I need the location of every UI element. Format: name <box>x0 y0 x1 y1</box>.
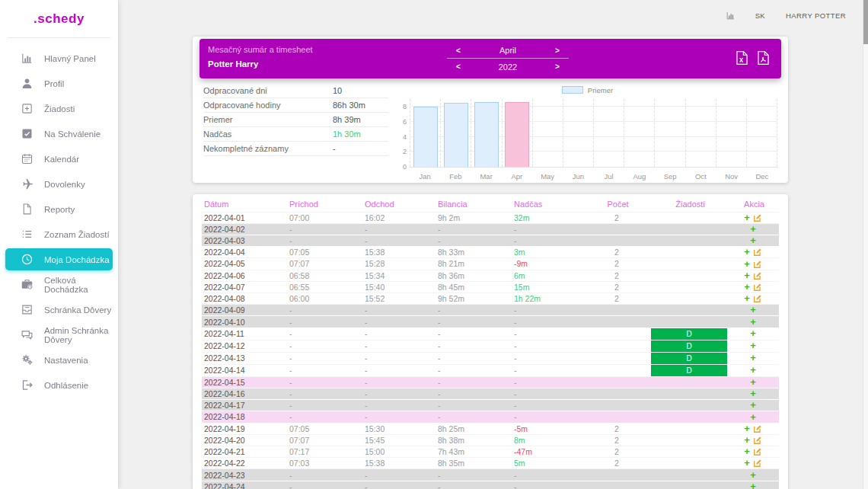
cell-arrival: 07:03 <box>287 458 362 469</box>
add-record-button[interactable]: + <box>744 458 750 468</box>
edit-record-button[interactable] <box>753 294 762 303</box>
table-row-2022-04-23: 2022-04-23----+ <box>202 469 779 481</box>
month-next-button[interactable]: > <box>546 46 569 55</box>
sidebar-item-ziadosti[interactable]: Žiadosti <box>0 96 118 121</box>
add-record-button[interactable]: + <box>750 353 756 363</box>
add-record-button[interactable]: + <box>750 412 756 423</box>
add-record-button[interactable]: + <box>744 446 750 457</box>
stats-icon[interactable] <box>726 11 736 21</box>
sidebar-item-nastavenia[interactable]: Nastavenia <box>0 347 118 372</box>
logout-icon <box>21 379 34 392</box>
add-record-button[interactable]: + <box>750 400 756 411</box>
sidebar-item-admin-schranka-dovery[interactable]: Admin Schránka Dôvery <box>0 322 118 347</box>
export-buttons <box>736 50 769 66</box>
scrollbar[interactable] <box>863 0 868 489</box>
sidebar-item-kalendar[interactable]: Kalendár <box>0 146 118 171</box>
chart-slot-aug <box>624 99 655 167</box>
edit-record-button[interactable] <box>753 424 762 433</box>
add-record-button[interactable]: + <box>750 305 756 315</box>
add-record-button[interactable]: + <box>750 235 756 246</box>
add-record-button[interactable]: + <box>750 340 756 351</box>
sidebar-item-celkova-dochadzka[interactable]: Celková Dochádzka <box>0 272 118 297</box>
bar-feb[interactable] <box>444 103 468 167</box>
add-record-button[interactable]: + <box>750 481 756 489</box>
bar-apr[interactable] <box>505 102 529 167</box>
cell-requests <box>651 270 727 281</box>
sidebar-item-moja-dochadzka[interactable]: Moja Dochádzka <box>5 248 113 270</box>
edit-record-button[interactable] <box>753 436 762 445</box>
add-record-button[interactable]: + <box>744 247 750 257</box>
cell-actions: + <box>727 305 779 316</box>
cell-requests <box>651 247 727 258</box>
sidebar-item-hlavny-panel[interactable]: Hlavný Panel <box>0 46 118 71</box>
bar-mar[interactable] <box>474 102 499 167</box>
sidebar-item-zoznam-ziadosti[interactable]: Zoznam Žiadostí <box>0 222 118 247</box>
edit-record-button[interactable] <box>753 248 762 257</box>
summary-row-nekompletne-zaznamy: Nekompletné záznamy- <box>203 142 388 156</box>
vacation-request-badge[interactable]: D <box>651 353 727 364</box>
sidebar-item-profil[interactable]: Profil <box>0 71 118 96</box>
scrollbar-thumb[interactable] <box>863 0 868 44</box>
edit-record-button[interactable] <box>753 283 762 292</box>
add-record-button[interactable]: + <box>750 388 756 399</box>
export-pdf-button[interactable] <box>758 50 769 66</box>
sidebar-item-odhlasenie[interactable]: Odhlásenie <box>0 372 118 398</box>
year-prev-button[interactable]: < <box>447 62 470 71</box>
cell-actions: + <box>727 423 779 434</box>
add-record-button[interactable]: + <box>744 293 750 304</box>
year-next-button[interactable]: > <box>546 62 569 71</box>
cell-departure: 15:38 <box>362 247 436 258</box>
cell-actions: + <box>727 469 779 481</box>
add-record-button[interactable]: + <box>744 213 750 223</box>
cell-balance: - <box>436 388 512 399</box>
sidebar-item-na-schvalenie[interactable]: Na Schválenie <box>0 121 118 146</box>
cell-overtime: 15m <box>512 281 582 292</box>
table-body: 2022-04-0107:0016:029h 2m32m2+2022-04-02… <box>202 212 779 489</box>
edit-record-button[interactable] <box>753 271 762 280</box>
sidebar-item-schranka-dovery[interactable]: Schránka Dôvery <box>0 297 118 322</box>
vacation-request-badge[interactable]: D <box>651 365 727 376</box>
vacation-request-badge[interactable]: D <box>651 340 727 352</box>
cell-arrival: 06:00 <box>287 293 362 305</box>
edit-record-button[interactable] <box>753 213 762 222</box>
cell-overtime: 6m <box>512 270 582 281</box>
cell-overtime: -47m <box>512 446 582 458</box>
cell-date: 2022-04-14 <box>202 364 287 376</box>
edit-record-button[interactable] <box>753 459 762 468</box>
sidebar-item-dovolenky[interactable]: Dovolenky <box>0 171 118 197</box>
vacation-request-badge[interactable]: D <box>651 328 727 340</box>
cell-arrival: 06:55 <box>287 281 362 292</box>
add-record-button[interactable]: + <box>744 435 750 446</box>
edit-record-button[interactable] <box>753 260 762 269</box>
bar-jan[interactable] <box>413 107 438 167</box>
sidebar-item-reporty[interactable]: Reporty <box>0 197 118 222</box>
user-menu-button[interactable]: HARRY POTTER <box>786 11 846 20</box>
summary-label: Nadčas <box>203 129 333 139</box>
add-record-button[interactable]: + <box>750 365 756 376</box>
add-record-button[interactable]: + <box>750 328 756 339</box>
cell-date: 2022-04-07 <box>202 281 287 292</box>
y-tick-4: 4 <box>403 134 407 141</box>
edit-record-button[interactable] <box>753 447 762 456</box>
add-record-button[interactable]: + <box>744 423 750 434</box>
cell-requests: D <box>651 364 727 376</box>
add-record-button[interactable]: + <box>744 270 750 281</box>
period-selector: <April><2022> <box>447 43 569 75</box>
cell-arrival: 07:07 <box>287 434 362 446</box>
sidebar-item-label: Admin Schránka Dôvery <box>44 326 118 344</box>
add-record-button[interactable]: + <box>744 282 750 292</box>
add-record-button[interactable]: + <box>750 224 756 235</box>
add-record-button[interactable]: + <box>750 317 756 328</box>
cell-arrival: - <box>287 316 362 328</box>
cell-arrival: - <box>287 481 362 489</box>
cell-departure: 16:02 <box>362 212 436 223</box>
add-record-button[interactable]: + <box>744 259 750 270</box>
cell-balance: - <box>436 376 512 388</box>
month-prev-button[interactable]: < <box>447 46 470 55</box>
bar-chart-icon <box>21 52 34 65</box>
cell-balance: - <box>436 223 512 235</box>
add-record-button[interactable]: + <box>750 470 756 481</box>
add-record-button[interactable]: + <box>750 377 756 388</box>
export-excel-button[interactable] <box>736 50 748 66</box>
language-button[interactable]: SK <box>755 11 765 20</box>
